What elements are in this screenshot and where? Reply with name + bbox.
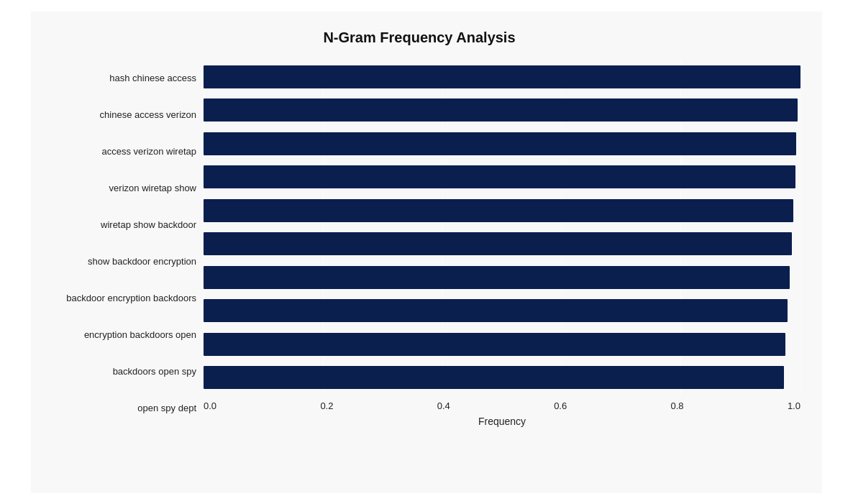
y-label-3: verizon wiretap show [38,183,196,194]
y-label-4: wiretap show backdoor [38,219,196,231]
y-label-2: access verizon wiretap [38,146,196,157]
bar-row-3 [204,162,800,191]
chart-title: N-Gram Frequency Analysis [38,26,800,46]
bar-6 [204,266,790,289]
bars-wrapper [204,60,800,395]
bar-1 [204,98,798,122]
y-label-6: backdoor encryption backdoors [38,293,196,304]
bar-row-4 [204,196,800,225]
x-axis: 0.00.20.40.60.81.0 [204,400,800,411]
chart-area: hash chinese accesschinese access verizo… [38,60,800,427]
chart-container: N-Gram Frequency Analysis hash chinese a… [31,12,822,493]
bar-row-0 [204,63,800,91]
x-tick-2: 0.4 [437,400,450,411]
bar-5 [204,232,792,255]
bar-3 [204,165,795,188]
bar-row-7 [204,296,800,325]
x-tick-0: 0.0 [204,400,216,411]
bar-4 [204,199,793,222]
bar-row-8 [204,330,800,359]
y-label-1: chinese access verizon [38,109,196,121]
bar-9 [204,366,784,389]
bar-0 [204,65,800,88]
y-label-9: open spy dept [38,403,196,414]
bar-row-1 [204,96,800,124]
y-label-5: show backdoor encryption [38,256,196,267]
bar-row-6 [204,263,800,292]
bar-row-2 [204,129,800,158]
bar-2 [204,132,796,155]
y-label-7: encryption backdoors open [38,329,196,341]
y-axis: hash chinese accesschinese access verizo… [38,60,204,427]
x-tick-4: 0.8 [671,400,684,411]
x-axis-label: Frequency [204,416,800,427]
y-label-8: backdoors open spy [38,366,196,377]
y-label-0: hash chinese access [38,73,196,84]
bar-row-5 [204,229,800,258]
bar-7 [204,299,788,322]
bar-8 [204,333,785,356]
x-tick-1: 0.2 [320,400,333,411]
bars-and-x: 0.00.20.40.60.81.0 Frequency [204,60,800,427]
x-tick-5: 1.0 [788,400,800,411]
x-tick-3: 0.6 [554,400,567,411]
bar-row-9 [204,363,800,392]
